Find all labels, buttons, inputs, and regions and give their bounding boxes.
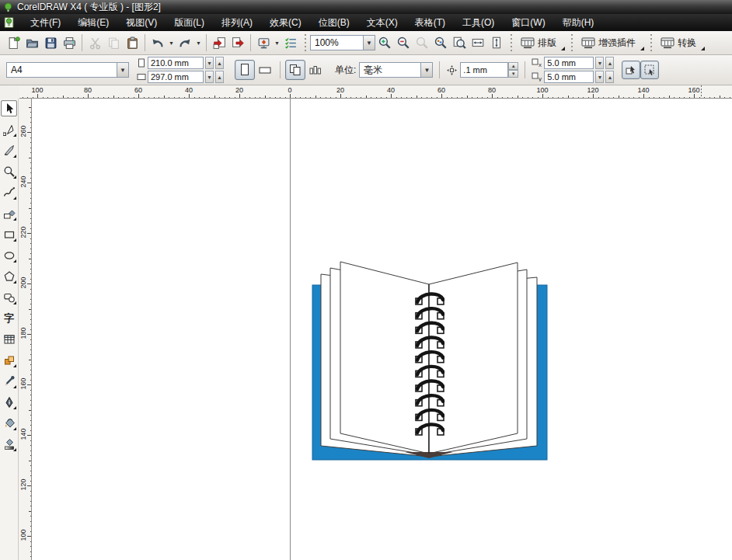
duplicate-y-field[interactable]: 5.0 mm — [544, 71, 594, 83]
facing-pages-button[interactable] — [305, 60, 326, 80]
flyout-corner-icon — [13, 385, 16, 388]
app-launcher-dropdown-arrow[interactable]: ▼ — [273, 33, 281, 52]
import-button[interactable] — [210, 33, 228, 52]
chevron-down-icon[interactable]: ▼ — [363, 36, 375, 50]
smart-fill-tool[interactable] — [1, 205, 17, 221]
menu-item-help[interactable]: 帮助(H) — [554, 14, 603, 32]
duplicate-y-up-button[interactable]: ▲ — [605, 71, 614, 83]
shape-tool[interactable] — [1, 121, 17, 137]
copy-icon — [107, 37, 120, 50]
zoom-out-icon — [396, 36, 410, 50]
crop-tool[interactable] — [1, 142, 17, 158]
menu-item-text[interactable]: 文本(X) — [358, 14, 406, 32]
text-tool[interactable]: 字 — [1, 310, 17, 326]
rectangle-tool[interactable] — [1, 226, 17, 242]
flyout-corner-icon — [13, 280, 16, 283]
menu-item-arrange[interactable]: 排列(A) — [213, 14, 261, 32]
eyedropper-tool[interactable] — [1, 373, 17, 389]
menu-item-layout[interactable]: 版面(L) — [166, 14, 213, 32]
print-button[interactable] — [60, 33, 78, 52]
interactive-fill-tool[interactable] — [1, 436, 17, 452]
zoom-page-width-button[interactable] — [469, 33, 487, 52]
paper-width-up-button[interactable]: ▲ — [215, 57, 224, 69]
zoom-in-button[interactable] — [375, 33, 394, 52]
workspace: 10080604020020406080100120140160 2602402… — [0, 85, 732, 560]
zoom-level-combo[interactable]: 100%▼ — [310, 35, 375, 50]
menu-item-tools[interactable]: 工具(O) — [454, 14, 503, 32]
menu-item-table[interactable]: 表格(T) — [406, 14, 454, 32]
hruler-label: 160 — [688, 86, 699, 94]
nudge-offset-field[interactable]: .1 mm — [460, 62, 508, 78]
marquee-select-toggle[interactable] — [640, 61, 659, 79]
freehand-tool[interactable] — [1, 184, 17, 200]
paper-size-combo[interactable]: A4 ▼ — [6, 62, 129, 78]
paper-width-down-button[interactable]: ▼ — [205, 57, 214, 69]
zoom-all-objects-button[interactable] — [431, 33, 450, 52]
options-button[interactable] — [281, 33, 300, 52]
flyout-corner-icon — [13, 427, 16, 430]
menu-item-bitmaps[interactable]: 位图(B) — [310, 14, 358, 32]
units-combo[interactable]: 毫米 ▼ — [359, 62, 433, 78]
duplicate-x-down-button[interactable]: ▼ — [595, 57, 604, 69]
portrait-button[interactable] — [235, 60, 255, 80]
outline-tool[interactable] — [1, 394, 17, 410]
menu-item-view[interactable]: 视图(V) — [117, 14, 166, 32]
export-button[interactable] — [228, 33, 247, 52]
all-pages-button[interactable] — [285, 60, 305, 80]
horizontal-ruler[interactable]: 10080604020020406080100120140160 — [19, 85, 732, 99]
blend-tool[interactable] — [1, 352, 17, 368]
open-icon — [26, 37, 39, 50]
duplicate-x-field[interactable]: 5.0 mm — [544, 57, 594, 69]
paper-size-value: A4 — [7, 64, 117, 75]
zoom-page-height-button[interactable] — [487, 33, 506, 52]
menu-item-edit[interactable]: 编辑(E) — [69, 14, 117, 32]
undo-dropdown-arrow[interactable]: ▼ — [167, 33, 176, 52]
chevron-down-icon[interactable]: ▼ — [117, 63, 128, 77]
chevron-down-icon[interactable]: ▼ — [420, 63, 432, 77]
redo-dropdown-arrow[interactable]: ▼ — [194, 33, 203, 52]
table-tool[interactable] — [1, 331, 17, 347]
duplicate-x-up-button[interactable]: ▲ — [605, 57, 614, 69]
ellipse-tool[interactable] — [1, 247, 17, 263]
drawing-canvas[interactable] — [32, 99, 732, 560]
flyout-corner-icon — [13, 301, 16, 304]
vertical-ruler[interactable]: 260240220200180160140120100 — [19, 99, 32, 560]
zoom-page-button[interactable] — [450, 33, 469, 52]
app-launcher-button[interactable] — [254, 33, 273, 52]
open-button[interactable] — [23, 33, 41, 52]
menu-item-window[interactable]: 窗口(W) — [503, 14, 553, 32]
menu-item-file[interactable]: 文件(F) — [22, 14, 69, 32]
macro-button-plugins[interactable]: 增强插件 — [577, 33, 640, 52]
macro-button-label: 转换 — [678, 37, 696, 50]
zoom-tool[interactable] — [1, 163, 17, 179]
pick-tool[interactable] — [1, 100, 17, 117]
nudge-offset-spinner[interactable]: ▲▼ — [508, 62, 518, 78]
redo-button[interactable] — [176, 33, 194, 52]
zoom-out-button[interactable] — [394, 33, 413, 52]
menu-item-effects[interactable]: 效果(C) — [261, 14, 310, 32]
treat-as-filled-toggle[interactable] — [622, 61, 640, 79]
paste-button[interactable] — [123, 33, 141, 52]
open-book-drawing[interactable] — [308, 251, 556, 468]
paper-width-field[interactable]: 210.0 mm — [148, 57, 204, 69]
macro-button-typesetting[interactable]: 排版 — [516, 33, 561, 52]
new-button[interactable] — [4, 33, 23, 52]
fill-tool[interactable] — [1, 415, 17, 431]
save-icon — [44, 37, 58, 50]
save-button[interactable] — [41, 33, 60, 52]
duplicate-y-icon: y — [532, 72, 542, 82]
title-bar[interactable]: CorelDRAW X4 ( 专业版 ) - [图形2] — [0, 0, 732, 14]
vruler-label: 220 — [19, 226, 27, 238]
undo-button[interactable] — [148, 33, 167, 52]
paper-height-field[interactable]: 297.0 mm — [148, 71, 204, 83]
paper-height-up-button[interactable]: ▲ — [215, 71, 224, 83]
macro-button-convert[interactable]: 转换 — [656, 33, 701, 52]
duplicate-y-down-button[interactable]: ▼ — [595, 71, 604, 83]
paper-height-down-button[interactable]: ▼ — [205, 71, 214, 83]
vruler-label: 100 — [19, 529, 27, 541]
text-tool-glyph: 字 — [4, 311, 14, 325]
polygon-tool[interactable] — [1, 268, 17, 284]
paper-width-icon — [137, 58, 146, 68]
basic-shapes-tool[interactable] — [1, 289, 17, 305]
landscape-button[interactable] — [255, 60, 275, 80]
